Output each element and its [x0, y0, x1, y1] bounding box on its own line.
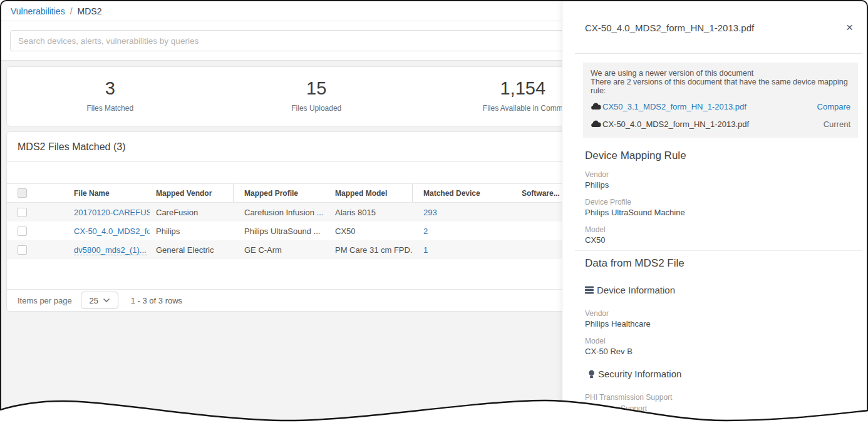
row-range-text: 1 - 3 of 3 rows [131, 296, 182, 305]
field-label: Vendor [585, 170, 862, 179]
panel-title: CX-50_4.0_MDS2_form_HN_1-2013.pdf [585, 23, 754, 33]
field-label: Model [585, 225, 862, 234]
row-checkbox[interactable] [18, 245, 27, 255]
column-header-mapped-vendor[interactable]: Mapped Vendor [150, 184, 234, 202]
field-device-profile: Device Profile Philips UltraSound Machin… [585, 198, 862, 217]
field-label: PHI Transmission Support [585, 393, 862, 402]
column-header-mapped-model[interactable]: Mapped Model [329, 184, 413, 202]
mapped-model-cell: CX50 [329, 227, 413, 236]
section-divider [575, 250, 862, 251]
field-label: Device Profile [585, 198, 862, 206]
mapped-profile-cell: Philips UltraSound ... [234, 227, 329, 236]
stat-files-uploaded: 15 Files Uploaded [214, 78, 420, 126]
notice-line-1: We are using a newer version of this doc… [591, 69, 850, 78]
matched-device-count-link[interactable]: 2 [423, 227, 428, 236]
chevron-down-icon [103, 298, 110, 302]
field-vendor: Vendor Philips [585, 170, 862, 190]
field-value: CX-50 Rev B [585, 347, 862, 356]
column-header-mapped-profile[interactable]: Mapped Profile [234, 189, 329, 198]
subheading-label: Security Information [598, 369, 681, 379]
panel-divider [575, 53, 862, 54]
version-file-current: CX-50_4.0_MDS2_form_HN_1-2013.pdf [602, 120, 749, 129]
select-all-checkbox[interactable] [18, 188, 27, 198]
device-mapping-rule-heading: Device Mapping Rule [585, 150, 862, 162]
stat-label: Files Uploaded [214, 104, 420, 113]
file-name-link[interactable]: 20170120-CAREFUSION-A... [74, 208, 150, 217]
mapped-profile-cell: Carefusion Infusion ... [234, 208, 329, 217]
column-header-matched-device[interactable]: Matched Device [413, 189, 515, 198]
mapped-model-cell: PM Care 31 cm FPD... [329, 245, 413, 255]
cloud-icon [591, 103, 601, 110]
items-per-page-label: Items per page [18, 296, 72, 305]
stat-value: 15 [214, 78, 420, 98]
field-label: PHI Types [585, 420, 862, 423]
version-notice: We are using a newer version of this doc… [583, 63, 858, 138]
version-row: CX-50_4.0_MDS2_form_HN_1-2013.pdf Curren… [591, 118, 850, 130]
matched-device-count-link[interactable]: 293 [423, 208, 437, 217]
stat-value: 3 [7, 78, 214, 98]
current-label: Current [824, 120, 850, 129]
clipped-field-label: Support [621, 404, 647, 413]
field-label: Vendor [585, 309, 862, 318]
column-header-file-name[interactable]: File Name [68, 189, 150, 198]
close-icon[interactable]: × [844, 20, 855, 34]
mapped-model-cell: Alaris 8015 [329, 208, 413, 217]
version-file-link[interactable]: CX50_3.1_MDS2_form_HN_1-2013.pdf [602, 102, 747, 111]
breadcrumb-current-mds2: MDS2 [78, 6, 102, 16]
file-name-link[interactable]: CX-50_4.0_MDS2_form_HN... [74, 227, 150, 236]
file-name-link[interactable]: dv5800_mds2_(1)... [74, 245, 147, 255]
device-information-subheading: Device Information [585, 285, 862, 295]
breadcrumb-link-vulnerabilities[interactable]: Vulnerabilities [11, 6, 65, 16]
field-value: CX50 [585, 235, 862, 245]
stat-files-matched: 3 Files Matched [7, 78, 214, 126]
row-checkbox[interactable] [18, 208, 27, 217]
field-value: Philips Healthcare [585, 319, 862, 329]
field-phi-types: PHI Types Demographic, Medical, Diagnost… [585, 420, 862, 423]
notice-line-2: There are 2 versions of this document th… [591, 78, 850, 95]
data-from-mds2-heading: Data from MDS2 File [585, 257, 862, 270]
screenshot-canvas: Vulnerabilities / MDS2 3 Files Matched 1… [0, 0, 868, 423]
stat-label: Files Matched [7, 104, 214, 113]
subheading-label: Device Information [597, 285, 675, 295]
field-value: Philips [585, 180, 862, 190]
row-checkbox[interactable] [18, 227, 27, 236]
compare-link[interactable]: Compare [817, 102, 850, 111]
file-detail-panel: × CX-50_4.0_MDS2_form_HN_1-2013.pdf We a… [562, 1, 867, 423]
matched-device-count-link[interactable]: 1 [423, 245, 428, 255]
page-size-value: 25 [89, 296, 98, 305]
card-title: MDS2 Files Matched (3) [18, 141, 126, 153]
mapped-vendor-cell: Philips [150, 227, 234, 236]
field-label: Model [585, 337, 862, 345]
breadcrumb-separator: / [70, 6, 73, 16]
mapped-vendor-cell: CareFusion [150, 208, 234, 217]
lock-icon [588, 370, 595, 379]
version-row: CX50_3.1_MDS2_form_HN_1-2013.pdf Compare [591, 100, 850, 113]
field-mds2-vendor: Vendor Philips Healthcare [585, 309, 862, 329]
page-size-select[interactable]: 25 [81, 292, 118, 309]
server-stack-icon [585, 286, 594, 294]
security-information-subheading: Security Information [585, 369, 862, 379]
mapped-profile-cell: GE C-Arm [234, 245, 329, 255]
field-value: Philips UltraSound Machine [585, 208, 862, 217]
cloud-icon [591, 120, 601, 128]
field-mds2-model: Model CX-50 Rev B [585, 337, 862, 356]
mapped-vendor-cell: General Electric [150, 245, 234, 255]
field-model: Model CX50 [585, 225, 862, 245]
